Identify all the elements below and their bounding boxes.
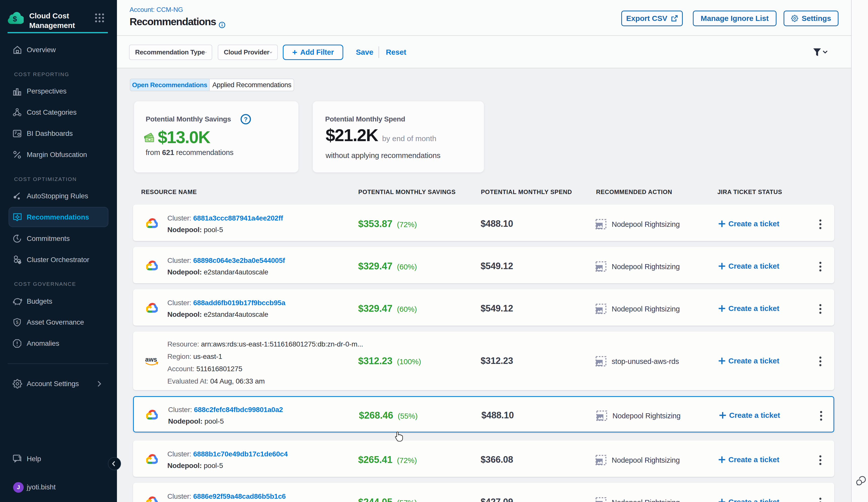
svg-text:$: $ <box>13 14 17 23</box>
svg-text:?: ? <box>244 116 248 123</box>
svg-text:$: $ <box>16 320 18 325</box>
